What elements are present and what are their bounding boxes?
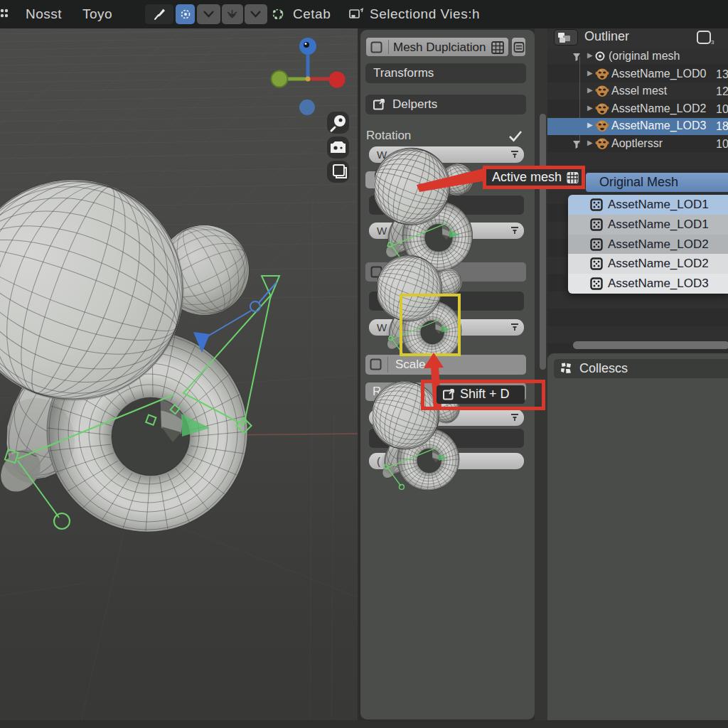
svg-text:3: 3 bbox=[711, 39, 714, 46]
